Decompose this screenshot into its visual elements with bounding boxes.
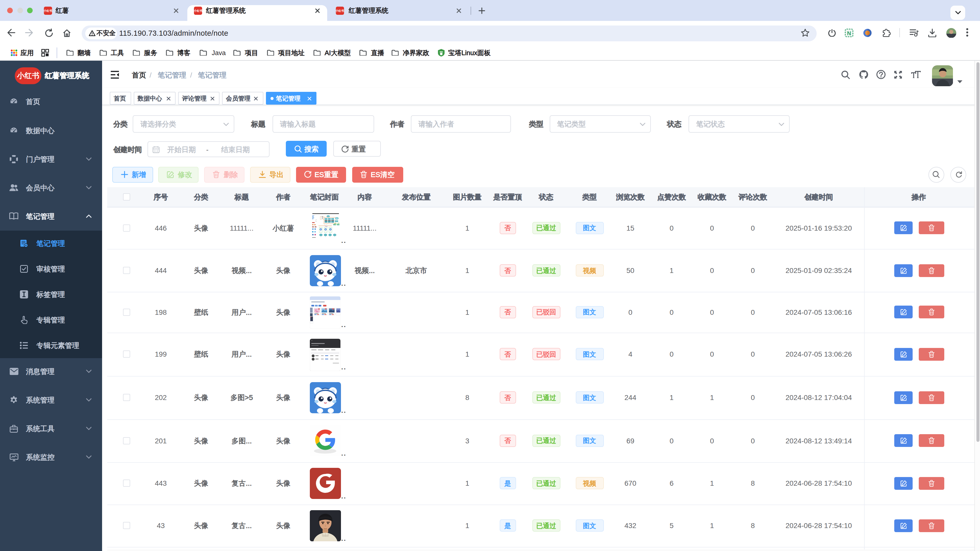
svg-text:step: step: [325, 226, 327, 227]
svg-text:N: N: [847, 30, 851, 36]
